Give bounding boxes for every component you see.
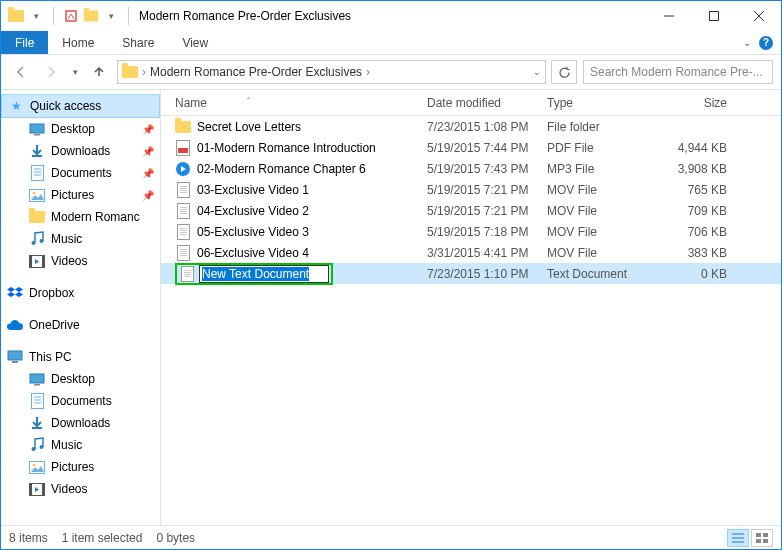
file-row[interactable]: 06-Exclusive Video 43/31/2015 4:41 PMMOV… (161, 242, 781, 263)
help-icon[interactable]: ? (759, 36, 773, 50)
file-name: Secret Love Letters (197, 120, 301, 134)
ribbon: File Home Share View ⌄ ? (1, 31, 781, 55)
mov-icon (175, 203, 191, 219)
sidebar-item[interactable]: Downloads📌 (1, 140, 160, 162)
sidebar-item[interactable]: Videos (1, 478, 160, 500)
nav-this-pc[interactable]: This PC (1, 346, 160, 368)
sidebar-item[interactable]: Desktop (1, 368, 160, 390)
svg-point-15 (40, 239, 44, 243)
file-date: 3/31/2015 4:41 PM (421, 246, 541, 260)
properties-icon[interactable] (62, 7, 80, 25)
sidebar-item[interactable]: Music (1, 434, 160, 456)
sidebar-item[interactable]: Downloads (1, 412, 160, 434)
file-row[interactable]: New Text Document7/23/2015 1:10 PMText D… (161, 263, 781, 284)
file-date: 7/23/2015 1:10 PM (421, 267, 541, 281)
search-input[interactable]: Search Modern Romance Pre-... (583, 60, 773, 84)
nav-dropbox[interactable]: Dropbox (1, 282, 160, 304)
navbar: ▾ › Modern Romance Pre-Order Exclusives … (1, 55, 781, 89)
file-name: 06-Exclusive Video 4 (197, 246, 309, 260)
file-size: 4,944 KB (661, 141, 733, 155)
status-selection: 1 item selected (62, 531, 143, 545)
forward-button[interactable] (39, 60, 63, 84)
sidebar-item[interactable]: Desktop📌 (1, 118, 160, 140)
view-large-button[interactable] (751, 529, 773, 547)
address-dropdown[interactable]: ⌄ (533, 67, 541, 77)
qat-customize[interactable]: ▾ (102, 7, 120, 25)
svg-rect-0 (66, 11, 76, 21)
tab-view[interactable]: View (168, 31, 222, 54)
file-size: 383 KB (661, 246, 733, 260)
sidebar-item[interactable]: Music (1, 228, 160, 250)
breadcrumb-sep[interactable]: › (366, 65, 370, 79)
pin-icon: 📌 (142, 190, 154, 201)
svg-point-28 (32, 447, 36, 451)
file-type: Text Document (541, 267, 661, 281)
svg-rect-18 (42, 255, 45, 267)
file-size: 706 KB (661, 225, 733, 239)
back-button[interactable] (9, 60, 33, 84)
column-headers: Nameˆ Date modified Type Size (161, 90, 781, 116)
mov-icon (175, 182, 191, 198)
window-title: Modern Romance Pre-Order Exclusives (139, 9, 351, 23)
file-row[interactable]: 04-Exclusive Video 25/19/2015 7:21 PMMOV… (161, 200, 781, 221)
status-size: 0 bytes (156, 531, 195, 545)
file-row[interactable]: 05-Exclusive Video 35/19/2015 7:18 PMMOV… (161, 221, 781, 242)
sidebar-item[interactable]: Videos (1, 250, 160, 272)
refresh-button[interactable] (551, 60, 577, 84)
maximize-button[interactable] (691, 2, 736, 30)
breadcrumb-sep[interactable]: › (142, 65, 146, 79)
rename-input[interactable]: New Text Document (199, 265, 329, 283)
file-type: MOV File (541, 204, 661, 218)
file-size: 765 KB (661, 183, 733, 197)
recent-dropdown[interactable]: ▾ (69, 60, 81, 84)
column-name[interactable]: Nameˆ (169, 96, 421, 110)
address-bar[interactable]: › Modern Romance Pre-Order Exclusives › … (117, 60, 546, 84)
file-row[interactable]: 02-Modern Romance Chapter 65/19/2015 7:4… (161, 158, 781, 179)
ribbon-expand[interactable]: ⌄ (743, 37, 751, 48)
file-row[interactable]: 01-Modern Romance Introduction5/19/2015 … (161, 137, 781, 158)
column-type[interactable]: Type (541, 96, 661, 110)
svg-rect-22 (34, 384, 40, 386)
file-tab[interactable]: File (1, 31, 48, 54)
pin-icon: 📌 (142, 124, 154, 135)
up-button[interactable] (87, 60, 111, 84)
sidebar-item[interactable]: Documents📌 (1, 162, 160, 184)
sidebar-item[interactable]: Pictures (1, 456, 160, 478)
file-date: 5/19/2015 7:21 PM (421, 204, 541, 218)
svg-rect-43 (756, 539, 761, 543)
nav-onedrive[interactable]: OneDrive (1, 314, 160, 336)
downloads-icon (29, 415, 45, 431)
view-details-button[interactable] (727, 529, 749, 547)
tab-home[interactable]: Home (48, 31, 108, 54)
file-row[interactable]: Secret Love Letters7/23/2015 1:08 PMFile… (161, 116, 781, 137)
mov-icon (175, 245, 191, 261)
sidebar-item[interactable]: Pictures📌 (1, 184, 160, 206)
svg-rect-17 (30, 255, 33, 267)
minimize-button[interactable] (646, 2, 691, 30)
file-type: MOV File (541, 246, 661, 260)
documents-icon (29, 165, 45, 181)
sidebar-item[interactable]: Documents (1, 390, 160, 412)
file-name: 05-Exclusive Video 3 (197, 225, 309, 239)
new-folder-icon[interactable] (82, 7, 100, 25)
column-date[interactable]: Date modified (421, 96, 541, 110)
breadcrumb[interactable]: Modern Romance Pre-Order Exclusives (150, 65, 362, 79)
svg-rect-36 (178, 148, 188, 153)
svg-rect-5 (30, 124, 44, 133)
sort-icon: ˆ (247, 97, 250, 108)
nav-quick-access[interactable]: ★ Quick access (1, 94, 160, 118)
file-date: 5/19/2015 7:21 PM (421, 183, 541, 197)
qat-dropdown[interactable]: ▾ (27, 7, 45, 25)
column-size[interactable]: Size (661, 96, 733, 110)
svg-point-29 (40, 445, 44, 449)
txt-icon (179, 266, 195, 282)
videos-icon (29, 253, 45, 269)
pictures-icon (29, 459, 45, 475)
svg-point-14 (32, 241, 36, 245)
sidebar-item[interactable]: Modern Romanc (1, 206, 160, 228)
svg-rect-6 (34, 134, 40, 136)
file-row[interactable]: 03-Exclusive Video 15/19/2015 7:21 PMMOV… (161, 179, 781, 200)
close-button[interactable] (736, 2, 781, 30)
tab-share[interactable]: Share (108, 31, 168, 54)
file-name: 03-Exclusive Video 1 (197, 183, 309, 197)
